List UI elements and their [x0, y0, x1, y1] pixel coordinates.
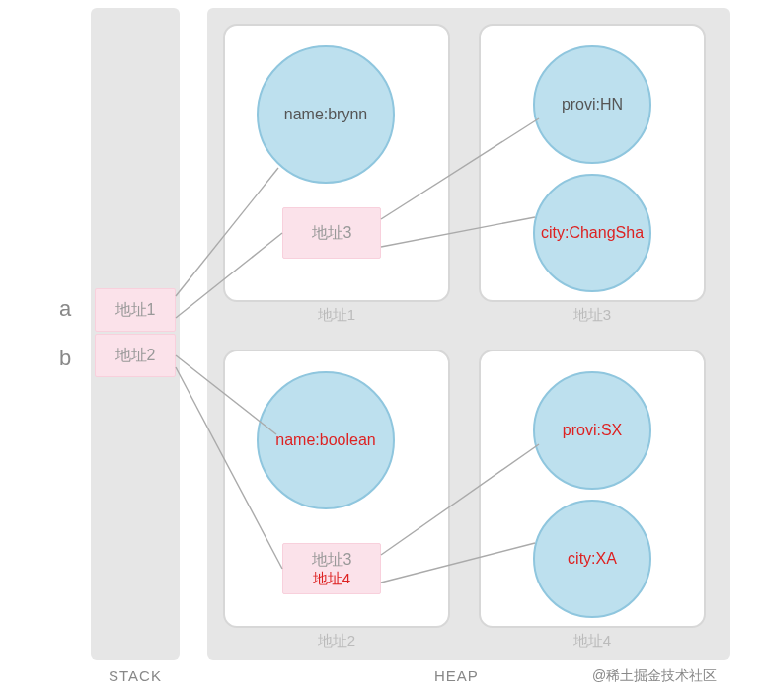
circle-city-cs-text: city:ChangSha: [541, 224, 644, 242]
circle-name-b-text: name:boolean: [275, 431, 375, 449]
inner-addr-box2-gray: 地址3: [312, 550, 352, 569]
heap-box-4-caption: 地址4: [479, 632, 706, 651]
memory-diagram: STACK HEAP @稀土掘金技术社区 a b 地址1 地址2 地址1 地址2…: [0, 0, 761, 700]
circle-provi-sx: provi:SX: [533, 371, 651, 490]
heap-box-2-caption: 地址2: [223, 632, 450, 651]
circle-name-a-text: name:brynn: [284, 106, 368, 123]
inner-addr-box1-text: 地址3: [312, 223, 352, 244]
stack-label: STACK: [109, 667, 162, 684]
stack-cell-a: 地址1: [95, 288, 176, 332]
circle-name-a: name:brynn: [257, 45, 395, 184]
heap-box-1-caption: 地址1: [223, 306, 450, 325]
heap-box-3-caption: 地址3: [479, 306, 706, 325]
circle-city-xa: city:XA: [533, 500, 651, 618]
heap-label: HEAP: [434, 667, 479, 684]
inner-addr-box2-red: 地址4: [313, 570, 350, 587]
stack-cell-b-text: 地址2: [115, 346, 156, 366]
stack-cell-b: 地址2: [95, 334, 176, 377]
variable-a-label: a: [59, 296, 71, 322]
circle-provi-sx-text: provi:SX: [563, 422, 622, 439]
inner-addr-box1: 地址3: [282, 207, 381, 259]
inner-addr-box2: 地址3 地址4: [282, 543, 381, 594]
circle-city-cs: city:ChangSha: [533, 174, 651, 292]
circle-provi-hn: provi:HN: [533, 45, 651, 164]
circle-name-b: name:boolean: [257, 371, 395, 509]
watermark: @稀土掘金技术社区: [592, 667, 717, 685]
variable-b-label: b: [59, 346, 71, 371]
circle-provi-hn-text: provi:HN: [562, 96, 623, 114]
circle-city-xa-text: city:XA: [568, 550, 617, 568]
stack-cell-a-text: 地址1: [115, 300, 156, 321]
